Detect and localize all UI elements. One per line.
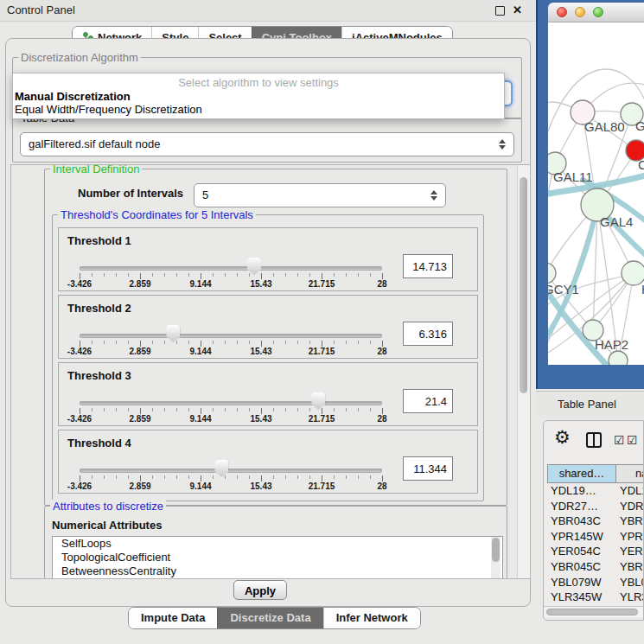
cell-name[interactable]: YPR1 <box>620 530 644 543</box>
table-row[interactable]: YLR345WYLR3 <box>544 590 644 606</box>
bottom-tab-bar: Impute DataDiscretize DataInfer Network <box>128 607 421 629</box>
numerical-attributes-label: Numerical Attributes <box>52 519 162 532</box>
attributes-list-scrollbar[interactable] <box>491 537 501 579</box>
combo-stepper-icon[interactable] <box>430 190 437 201</box>
network-node-label: GA <box>635 118 644 133</box>
minimize-traffic-light-icon[interactable] <box>575 7 585 17</box>
threshold-panel-1: Threshold 1-3.4262.8599.14415.4321.71528… <box>58 227 478 291</box>
cell-name[interactable]: YBR0 <box>620 514 644 527</box>
threshold-value-field[interactable]: 14.713 <box>403 254 453 278</box>
attributes-group: Attributes to discretize Numerical Attri… <box>44 506 507 579</box>
numerical-attributes-list[interactable]: SelfLoopsTopologicalCoefficientBetweenne… <box>52 536 503 579</box>
cell-shared-name[interactable]: YDL19… <box>551 484 596 497</box>
threshold-panel-4: Threshold 4-3.4262.8599.14415.4321.71528… <box>58 430 478 494</box>
cell-shared-name[interactable]: YBR045C <box>551 560 601 573</box>
number-of-intervals-combo[interactable]: 5 <box>194 183 446 207</box>
table-row[interactable]: YDR27…YDR2 <box>544 500 644 515</box>
threshold-panel-3: Threshold 3-3.4262.8599.14415.4321.71528… <box>58 362 478 426</box>
thresholds-group: Threshold's Coordinates for 5 Intervals … <box>52 214 484 501</box>
tab-label: Discretize Data <box>230 608 310 628</box>
slider-handle[interactable] <box>166 325 180 342</box>
attribute-list-item[interactable]: BetweennessCentrality <box>53 564 502 578</box>
network-graph[interactable]: GAL80GACGAL11GAL4GCY1HHAP2 <box>548 22 644 365</box>
slider-handle[interactable] <box>214 460 228 477</box>
cell-shared-name[interactable]: YLR345W <box>551 590 602 603</box>
slider-handle[interactable] <box>311 392 325 410</box>
table-row[interactable]: YBR043CYBR0 <box>544 514 644 530</box>
tab-impute-data[interactable]: Impute Data <box>129 608 217 628</box>
cell-shared-name[interactable]: YDR27… <box>551 500 598 513</box>
algorithm-popup-item-equal-width[interactable]: Equal Width/Frequency Discretization <box>13 103 504 116</box>
cell-shared-name[interactable]: YBL079W <box>551 576 602 589</box>
table-panel-title: Table Panel <box>558 392 616 418</box>
network-node-label: C <box>638 157 644 172</box>
thresholds-group-label: Threshold's Coordinates for 5 Intervals <box>58 208 256 221</box>
threshold-label: Threshold 2 <box>67 302 131 315</box>
slider-track[interactable] <box>80 334 382 338</box>
table-horizontal-scrollbar[interactable] <box>544 606 644 617</box>
settings-scroll-area: Interval Definition Number of Intervals … <box>10 164 531 579</box>
number-of-intervals-value: 5 <box>202 184 208 207</box>
cell-name[interactable]: YLR3 <box>620 590 644 603</box>
cell-name[interactable]: YBR0 <box>620 560 644 573</box>
slider-track[interactable] <box>80 401 382 405</box>
interval-definition-group: Interval Definition Number of Intervals … <box>44 169 507 506</box>
column-layout-icon[interactable] <box>586 432 602 448</box>
slider-ticks <box>80 273 382 279</box>
attribute-list-item[interactable]: TopologicalCoefficient <box>53 551 502 564</box>
column-header-shared[interactable]: shared… <box>547 464 616 483</box>
table-row[interactable]: YDL19…YDL1 <box>544 484 644 500</box>
cell-shared-name[interactable]: YBR043C <box>551 514 601 527</box>
network-node-gcy1[interactable] <box>548 263 556 284</box>
threshold-value-field[interactable]: 11.344 <box>403 456 453 481</box>
control-panel-title: Control Panel <box>7 0 75 21</box>
network-node-label: GAL80 <box>584 119 625 134</box>
table-data-combo[interactable]: galFiltered.sif default node <box>20 132 514 156</box>
slider-track[interactable] <box>80 469 382 473</box>
algorithm-popup-item-manual[interactable]: Manual Discretization <box>13 90 504 103</box>
cell-name[interactable]: YBL0 <box>620 576 644 589</box>
network-canvas[interactable]: GAL80GACGAL11GAL4GCY1HHAP2 <box>548 22 644 365</box>
checkbox-icon[interactable]: ☑ <box>627 432 638 448</box>
slider-track[interactable] <box>80 266 382 271</box>
gear-icon[interactable]: ⚙ <box>554 427 571 448</box>
table-row[interactable]: YER054CYER0 <box>544 545 644 560</box>
apply-button[interactable]: Apply <box>233 580 287 600</box>
attribute-list-item[interactable]: SelfLoops <box>53 537 502 551</box>
control-panel: Control Panel ✕ NetworkStyleSelectCyni T… <box>0 0 536 644</box>
cell-name[interactable]: YDL1 <box>620 484 644 497</box>
tab-infer-network[interactable]: Infer Network <box>323 608 420 628</box>
table-row[interactable]: YBR045CYBR0 <box>544 560 644 576</box>
cell-shared-name[interactable]: YPR145W <box>551 530 603 543</box>
threshold-value-field[interactable]: 6.316 <box>403 322 453 346</box>
threshold-value-field[interactable]: 21.4 <box>403 389 453 413</box>
settings-scrollbar-thumb[interactable] <box>520 177 527 393</box>
table-row[interactable]: YBL079WYBL0 <box>544 576 644 591</box>
slider-handle[interactable] <box>247 258 261 275</box>
tab-label: Infer Network <box>336 608 408 628</box>
cell-name[interactable]: YER0 <box>620 545 644 558</box>
cell-name[interactable]: YDR2 <box>620 500 644 513</box>
slider-ticks <box>80 341 382 347</box>
table-row[interactable]: YPR145WYPR1 <box>544 530 644 545</box>
checkbox-icon[interactable]: ☑ <box>614 432 625 448</box>
tab-discretize-data[interactable]: Discretize Data <box>217 608 322 628</box>
combo-stepper-icon[interactable] <box>499 139 506 150</box>
number-of-intervals-label: Number of Intervals <box>78 187 183 200</box>
cell-shared-name[interactable]: YER054C <box>551 545 601 558</box>
slider-ticks <box>80 475 382 481</box>
settings-scrollbar[interactable] <box>517 165 530 578</box>
table-data-group: Table Data galFiltered.sif default node <box>12 118 522 163</box>
close-traffic-light-icon[interactable] <box>557 7 567 17</box>
zoom-traffic-light-icon[interactable] <box>593 7 603 17</box>
threshold-label: Threshold 1 <box>67 234 131 247</box>
interval-definition-label: Interval Definition <box>50 164 142 175</box>
algorithm-group-label: Discretization Algorithm <box>18 51 141 64</box>
table-horizontal-scrollbar-thumb[interactable] <box>546 609 638 615</box>
column-header-name[interactable]: na <box>615 464 644 483</box>
network-node[interactable] <box>609 351 628 365</box>
network-node-label: HAP2 <box>595 337 628 352</box>
network-node-label: GAL4 <box>600 214 633 229</box>
float-window-icon[interactable] <box>495 6 505 16</box>
close-icon[interactable]: ✕ <box>513 0 522 21</box>
